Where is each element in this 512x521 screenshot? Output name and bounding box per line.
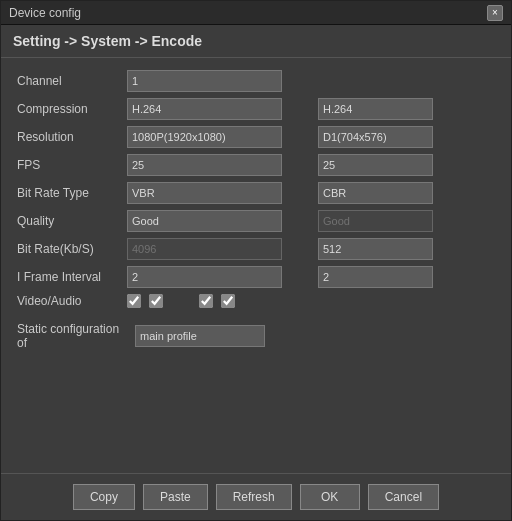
fps-right-select[interactable]: 151015202530 [318, 154, 433, 176]
video-audio-right-group [199, 294, 235, 308]
quality-label: Quality [17, 214, 127, 228]
copy-button[interactable]: Copy [73, 484, 135, 510]
video-audio-controls [127, 294, 235, 308]
compression-row: Compression H.264H.265MJPEG H.264H.265MJ… [17, 98, 495, 120]
quality-controls: LowMediumGoodBest LowMediumGoodBest [127, 210, 433, 232]
resolution-row: Resolution 1080P(1920x1080)720P(1280x720… [17, 126, 495, 148]
quality-right-select[interactable]: LowMediumGoodBest [318, 210, 433, 232]
resolution-left-select[interactable]: 1080P(1920x1080)720P(1280x720)D1(704x576… [127, 126, 282, 148]
ok-button[interactable]: OK [300, 484, 360, 510]
quality-row: Quality LowMediumGoodBest LowMediumGoodB… [17, 210, 495, 232]
audio-left-checkbox[interactable] [149, 294, 163, 308]
form-content: Channel 1234 Compression H.264H.265MJPEG… [1, 58, 511, 473]
channel-select[interactable]: 1234 [127, 70, 282, 92]
static-config-row: Static configuration of main profile bas… [17, 322, 495, 350]
paste-button[interactable]: Paste [143, 484, 208, 510]
bit-rate-label: Bit Rate(Kb/S) [17, 242, 127, 256]
footer-buttons: Copy Paste Refresh OK Cancel [1, 473, 511, 520]
resolution-label: Resolution [17, 130, 127, 144]
channel-label: Channel [17, 74, 127, 88]
video-audio-left-group [127, 294, 163, 308]
title-bar: Device config × [1, 1, 511, 25]
channel-row: Channel 1234 [17, 70, 495, 92]
iframe-label: I Frame Interval [17, 270, 127, 284]
fps-label: FPS [17, 158, 127, 172]
bit-rate-type-right-select[interactable]: VBRCBR [318, 182, 433, 204]
compression-right-select[interactable]: H.264H.265MJPEG [318, 98, 433, 120]
static-config-label: Static configuration of [17, 322, 127, 350]
channel-controls: 1234 [127, 70, 310, 92]
fps-controls: 151015202530 151015202530 [127, 154, 433, 176]
resolution-controls: 1080P(1920x1080)720P(1280x720)D1(704x576… [127, 126, 433, 148]
bit-rate-type-row: Bit Rate Type VBRCBR VBRCBR [17, 182, 495, 204]
audio-right-checkbox[interactable] [221, 294, 235, 308]
compression-controls: H.264H.265MJPEG H.264H.265MJPEG [127, 98, 433, 120]
breadcrumb: Setting -> System -> Encode [1, 25, 511, 58]
video-left-checkbox[interactable] [127, 294, 141, 308]
bit-rate-type-left-select[interactable]: VBRCBR [127, 182, 282, 204]
compression-left-select[interactable]: H.264H.265MJPEG [127, 98, 282, 120]
video-audio-label: Video/Audio [17, 294, 127, 308]
iframe-right-select[interactable]: 12345 [318, 266, 433, 288]
bit-rate-left-select[interactable]: 5121024204840968192 [127, 238, 282, 260]
window-title: Device config [9, 6, 81, 20]
refresh-button[interactable]: Refresh [216, 484, 292, 510]
iframe-left-select[interactable]: 12345 [127, 266, 282, 288]
resolution-right-select[interactable]: 1080P(1920x1080)720P(1280x720)D1(704x576… [318, 126, 433, 148]
iframe-row: I Frame Interval 12345 12345 [17, 266, 495, 288]
bit-rate-row: Bit Rate(Kb/S) 5121024204840968192 51210… [17, 238, 495, 260]
compression-label: Compression [17, 102, 127, 116]
static-config-select[interactable]: main profile baseline profile high profi… [135, 325, 265, 347]
quality-left-select[interactable]: LowMediumGoodBest [127, 210, 282, 232]
cancel-button[interactable]: Cancel [368, 484, 439, 510]
close-button[interactable]: × [487, 5, 503, 21]
bit-rate-right-select[interactable]: 512102420484096 [318, 238, 433, 260]
video-right-checkbox[interactable] [199, 294, 213, 308]
bit-rate-type-controls: VBRCBR VBRCBR [127, 182, 433, 204]
video-audio-row: Video/Audio [17, 294, 495, 308]
bit-rate-controls: 5121024204840968192 512102420484096 [127, 238, 433, 260]
bit-rate-type-label: Bit Rate Type [17, 186, 127, 200]
iframe-controls: 12345 12345 [127, 266, 433, 288]
fps-left-select[interactable]: 151015202530 [127, 154, 282, 176]
device-config-window: Device config × Setting -> System -> Enc… [0, 0, 512, 521]
fps-row: FPS 151015202530 151015202530 [17, 154, 495, 176]
